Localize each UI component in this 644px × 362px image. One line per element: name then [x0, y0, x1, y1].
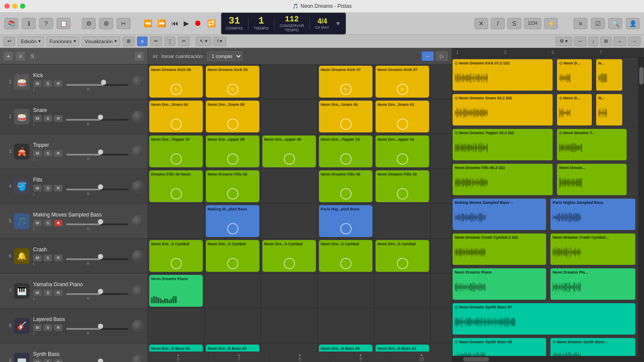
grid-cell-8-5[interactable]	[374, 308, 431, 343]
scrollbar-thumb[interactable]	[639, 67, 644, 85]
right-region-5-1[interactable]: Making Moves Sampled Bass ○	[453, 199, 546, 230]
grid-cell-7-1[interactable]: Neon Dreams Piano	[148, 274, 205, 308]
play-btn[interactable]: ▶	[182, 18, 191, 28]
waveform-btn[interactable]: 〰	[574, 37, 587, 46]
mute-btn-6[interactable]: M	[33, 254, 42, 261]
track-knob-8[interactable]	[132, 320, 144, 332]
grid-cell-9-3[interactable]	[261, 343, 318, 352]
scissors-btn[interactable]: ✂	[117, 18, 131, 29]
grid-cell-6-1[interactable]: Neon Dre...h Cymbal	[148, 239, 205, 273]
mute-btn-4[interactable]: M	[33, 185, 42, 192]
grid-btn[interactable]: ⊞	[600, 37, 612, 46]
info-btn[interactable]: ℹ	[22, 18, 36, 29]
right-region-6-1[interactable]: Neon Dreams Crash Cymbal.2 ΩΩ	[453, 233, 546, 265]
track-list-options[interactable]: ≡	[134, 51, 144, 61]
record-btn[interactable]: ⏺	[192, 18, 204, 29]
grid-cell-7-4[interactable]	[318, 274, 374, 308]
quantize-select[interactable]: 1 compás	[207, 51, 242, 61]
volume-slider-9[interactable]	[98, 359, 103, 362]
right-region-9-2[interactable]: ◇ Neon Dreams Synth Bass...	[550, 338, 635, 356]
volume-slider-5[interactable]	[98, 219, 103, 224]
pointer-tool[interactable]: ↖ ▾	[196, 37, 211, 46]
cycle-btn[interactable]: 🔁	[205, 18, 218, 28]
solo-btn-7[interactable]: S	[44, 289, 52, 296]
edition-menu[interactable]: Edición ▾	[18, 37, 44, 46]
grid-cell-5-1[interactable]	[148, 204, 205, 238]
stretch-btn[interactable]: ↔	[614, 37, 626, 46]
grid-cell-8-1[interactable]	[148, 308, 205, 343]
back-btn[interactable]: ↩	[3, 37, 15, 46]
right-region-3-1[interactable]: ◇ Neon Dreams Topper 02.2 ΩΩ	[453, 129, 553, 160]
lcd-expand-icon[interactable]: ▼	[335, 20, 341, 27]
right-region-4-1[interactable]: Neon Dreams Fills 06.2 ΩΩ	[453, 164, 553, 195]
solo-btn-6[interactable]: S	[44, 254, 52, 261]
grid-cell-9-2[interactable]: Neon Dre...h Bass 05	[205, 343, 261, 352]
grid-cell-5-4[interactable]: Paris Nig...pled Bass	[318, 204, 374, 238]
track-knob-1[interactable]	[132, 76, 144, 88]
pencil-tool-btn[interactable]: ✏	[150, 37, 162, 46]
visualization-menu[interactable]: Visualización ▾	[82, 37, 120, 46]
track-knob-3[interactable]	[132, 145, 144, 158]
grid-view-btn[interactable]: ⊞	[123, 37, 134, 46]
grid-cell-3-3[interactable]: Neon Dre...opper 09	[261, 134, 318, 169]
user-btn[interactable]: 👤	[626, 18, 640, 29]
grid-cell-1-5[interactable]: Neon Dreams Kick 07 ↻	[374, 64, 431, 99]
rec-btn-4[interactable]: R	[54, 185, 63, 192]
grid-cell-1-4[interactable]: Neon Dreams Kick 07 ↻	[318, 64, 374, 99]
track-knob-6[interactable]	[132, 250, 144, 262]
right-region-1-1[interactable]: ◇ Neon Dreams Kick 07.2 ΩΩ	[453, 59, 553, 91]
right-region-9-1[interactable]: ◇ Neon Dreams Synth Bass 05	[453, 338, 546, 356]
track-knob-2[interactable]	[132, 111, 144, 123]
track-knob-5[interactable]	[132, 215, 144, 227]
grid-cell-1-2[interactable]: Neon Dreams Kick 03 ↻	[205, 64, 261, 99]
right-region-3-2[interactable]: ◇ Neon Dreams T...	[557, 129, 627, 160]
grid-cell-6-3[interactable]: Neon Dre...h Cymbal	[261, 239, 318, 273]
numbers-btn[interactable]: 1234	[524, 18, 541, 29]
mute-btn-5[interactable]: M	[33, 220, 42, 227]
grid-cell-6-4[interactable]: Neon Dre...h Cymbal	[318, 239, 374, 273]
mute-btn-9[interactable]: M	[33, 359, 42, 362]
right-region-4-2[interactable]: Neon Dream...	[557, 164, 627, 195]
right-region-5-2[interactable]: Paris Nights Sampled Bass	[550, 199, 635, 230]
right-region-2-2[interactable]: ◇ Neon D...	[557, 94, 592, 125]
track-knob-7[interactable]	[132, 285, 144, 297]
list-btn[interactable]: ≡	[574, 18, 587, 29]
skip-back-btn[interactable]: ⏮	[170, 19, 180, 28]
grid-cell-5-2[interactable]: Making M...pled Bass	[205, 204, 261, 238]
grid-cell-5-5[interactable]	[374, 204, 431, 238]
mixer-btn[interactable]: ⚙	[99, 18, 113, 29]
grid-cell-3-4[interactable]: Neon Dre...Topper 10	[318, 134, 374, 169]
global-solo-btn[interactable]: S	[28, 51, 37, 61]
rec-btn-1[interactable]: R	[54, 80, 63, 87]
right-region-2-1[interactable]: ◇ Neon Dreams Snare 02.2 ΩΩ	[453, 94, 553, 125]
mute-btn-7[interactable]: M	[33, 289, 42, 296]
mute-btn-2[interactable]: M	[33, 115, 42, 122]
grid-cell-4-4[interactable]: Neon Dreams Fills 06	[318, 169, 374, 203]
s-btn[interactable]: S	[507, 18, 521, 29]
library-btn[interactable]: 📚	[4, 18, 18, 29]
solo-btn-3[interactable]: S	[44, 150, 52, 157]
grid-cell-9-5[interactable]: Neon Dre...h Bass 01	[374, 343, 431, 352]
volume-slider-3[interactable]	[98, 149, 103, 155]
functions-menu[interactable]: Funciones ▾	[47, 37, 79, 46]
volume-slider-6[interactable]	[98, 254, 103, 259]
volume-slider-2[interactable]	[98, 115, 103, 120]
vertical-scrollbar[interactable]	[638, 58, 644, 356]
mute-btn-8[interactable]: M	[33, 324, 42, 331]
volume-slider-1[interactable]	[101, 80, 106, 85]
lightning-btn[interactable]: ⚡	[544, 18, 558, 29]
grid-cell-6-2[interactable]: Neon Dre...h Cymbal	[205, 239, 261, 273]
rec-btn-6[interactable]: R	[54, 254, 63, 261]
ibeam-tool[interactable]: I ▾	[213, 37, 226, 46]
list-view-btn[interactable]: ≡	[137, 37, 148, 46]
h-scroll-thumb[interactable]	[463, 357, 489, 362]
pattern-options-btn[interactable]: ▷	[436, 51, 448, 61]
grid-cell-3-5[interactable]: Neon Dre...opper 02	[374, 134, 431, 169]
normalize-btn[interactable]: ↕	[588, 37, 599, 46]
right-region-1-3[interactable]: N...	[596, 59, 622, 91]
minimize-button[interactable]	[12, 3, 17, 9]
grid-cell-1-1[interactable]: Neon Dreams Kick 05 ↻	[148, 64, 205, 99]
grid-cell-2-4[interactable]: Neon Dre...Snare 06	[318, 99, 374, 134]
right-region-1-2[interactable]: ◇ Neon D...	[557, 59, 592, 91]
rec-btn-2[interactable]: R	[54, 115, 63, 122]
